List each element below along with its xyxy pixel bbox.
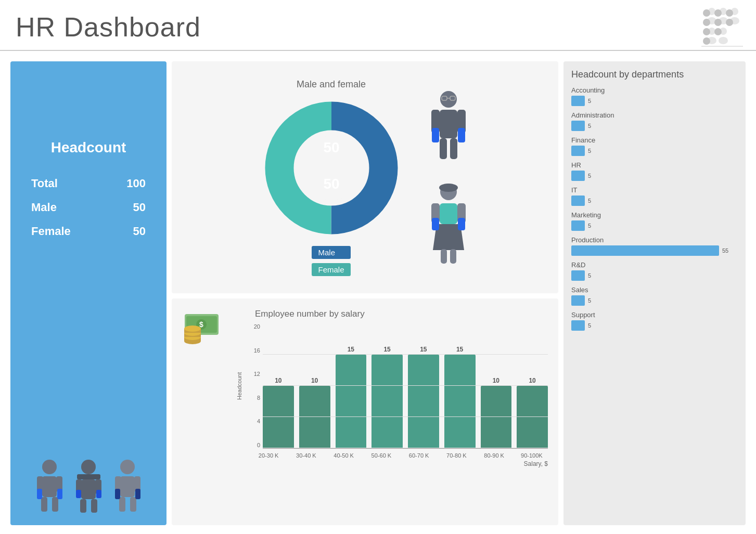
dept-name: Sales <box>571 286 738 294</box>
x-label: 80-90 K <box>478 452 510 459</box>
hr-icon <box>703 9 735 45</box>
bar-chart: 10 10 15 15 15 15 10 10 <box>263 323 548 450</box>
people-icons <box>33 447 145 515</box>
dept-bar-row: 5 <box>571 295 738 306</box>
dept-bar-value: 5 <box>588 223 591 229</box>
dept-bar-row: 5 <box>571 96 738 106</box>
svg-point-53 <box>439 184 458 192</box>
svg-point-41 <box>440 91 457 108</box>
svg-rect-49 <box>450 138 457 159</box>
dept-bar-value: 5 <box>588 123 591 129</box>
donut-title: Male and female <box>297 79 366 90</box>
bar-col: 10 <box>517 377 548 448</box>
dept-bar-row: 55 <box>571 245 738 256</box>
dept-item: Accounting 5 <box>571 86 738 106</box>
y-axis-label: Headcount <box>234 323 245 448</box>
dept-bar <box>571 245 719 256</box>
bar-rect <box>263 386 294 448</box>
dept-bar <box>571 320 585 331</box>
female-figure <box>425 183 472 266</box>
dept-bar-row: 5 <box>571 196 738 206</box>
bar-col: 15 <box>408 346 439 448</box>
dept-bar-row: 5 <box>571 220 738 231</box>
bar-value: 15 <box>420 346 427 353</box>
svg-rect-60 <box>458 218 465 230</box>
bars-area: 10 10 15 15 15 15 10 10 <box>263 323 548 448</box>
x-label: 70-80 K <box>440 452 472 459</box>
svg-point-9 <box>719 37 728 44</box>
dept-bar-value: 5 <box>588 272 591 279</box>
dept-bar-value: 5 <box>588 297 591 304</box>
dept-name: Accounting <box>571 86 738 94</box>
page-title: HR Dashboard <box>16 11 201 43</box>
dept-bar <box>571 146 585 156</box>
x-axis-title: Salary, $ <box>234 460 548 467</box>
header: HR Dashboard <box>0 0 756 51</box>
svg-rect-24 <box>80 499 86 513</box>
svg-point-8 <box>720 28 727 35</box>
dept-item: R&D 5 <box>571 261 738 281</box>
female-label: Female <box>31 225 71 238</box>
bar-value: 15 <box>348 346 354 353</box>
bar-value: 10 <box>275 377 281 384</box>
dept-item: HR 5 <box>571 161 738 181</box>
bar-value: 15 <box>456 346 463 353</box>
svg-rect-34 <box>115 489 120 499</box>
bar-value: 15 <box>383 346 390 353</box>
dept-name: HR <box>571 161 738 169</box>
svg-point-11 <box>42 460 57 474</box>
dept-bar-value: 5 <box>588 173 591 179</box>
dept-bar-row: 5 <box>571 121 738 131</box>
bar-rect <box>336 355 367 448</box>
svg-rect-16 <box>52 497 58 512</box>
svg-rect-59 <box>432 218 439 230</box>
svg-rect-27 <box>96 490 101 498</box>
dept-bar <box>571 295 585 306</box>
svg-point-5 <box>730 17 739 24</box>
dept-name: Support <box>571 311 738 319</box>
dept-bar-value: 55 <box>722 248 728 254</box>
stat-female: Female 50 <box>21 219 156 243</box>
dept-bar-value: 5 <box>588 148 591 154</box>
main-content: Headcount Total 100 Male 50 Female 50 <box>0 51 756 534</box>
salary-section: $ Employee number by salary Headcount <box>172 298 558 525</box>
bar-rect <box>371 355 403 448</box>
dept-name: Marketing <box>571 211 738 219</box>
bar-value: 10 <box>311 377 318 384</box>
bar-rect <box>408 355 439 448</box>
svg-rect-12 <box>42 476 57 497</box>
male-figure <box>425 89 472 172</box>
x-label: 40-50 K <box>328 452 360 459</box>
svg-rect-25 <box>91 499 97 513</box>
bar-col: 15 <box>336 346 367 448</box>
bar-value: 10 <box>529 377 535 384</box>
dept-name: Finance <box>571 136 738 144</box>
left-panel: Headcount Total 100 Male 50 Female 50 <box>10 61 166 525</box>
dept-bar <box>571 171 585 181</box>
right-panel: Headcount by departments Accounting 5 Ad… <box>563 61 746 525</box>
bar-col: 10 <box>481 377 512 448</box>
svg-rect-58 <box>450 249 456 264</box>
total-label: Total <box>31 177 58 190</box>
dept-bar <box>571 121 585 131</box>
legend-male-label: Male <box>318 248 335 257</box>
dept-item: Production 55 <box>571 236 738 256</box>
x-labels: 20-30 K30-40 K40-50 K50-60 K60-70 K70-80… <box>252 452 548 459</box>
svg-rect-50 <box>432 128 439 142</box>
dept-name: R&D <box>571 261 738 269</box>
headcount-title: Headcount <box>51 139 126 156</box>
dept-item: Support 5 <box>571 311 738 331</box>
person-figures <box>425 89 472 266</box>
svg-rect-48 <box>440 138 447 159</box>
svg-rect-54 <box>440 203 457 224</box>
dept-bar-value: 5 <box>588 198 591 204</box>
person-icon-1 <box>33 458 67 515</box>
bar-rect <box>481 386 512 448</box>
male-value: 50 <box>133 201 146 214</box>
dept-bar <box>571 96 585 106</box>
dept-name: Administration <box>571 111 738 119</box>
svg-rect-32 <box>119 497 125 512</box>
legend-female-label: Female <box>318 265 344 274</box>
bar-rect <box>444 355 476 448</box>
svg-point-71 <box>184 325 201 332</box>
